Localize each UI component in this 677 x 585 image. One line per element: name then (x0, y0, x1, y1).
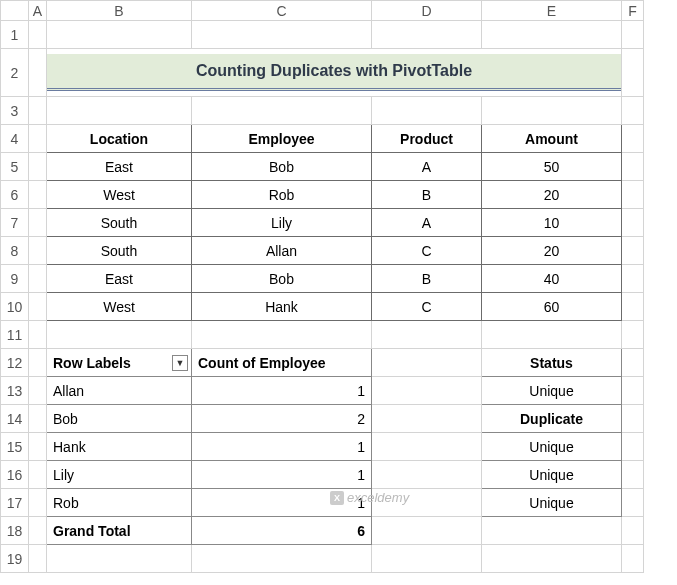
cell[interactable] (192, 21, 372, 49)
cell[interactable] (372, 349, 482, 377)
table-row[interactable]: 50 (482, 153, 622, 181)
row-header-6[interactable]: 6 (1, 181, 29, 209)
cell[interactable] (372, 489, 482, 517)
table-row[interactable]: 40 (482, 265, 622, 293)
cell[interactable] (47, 321, 192, 349)
pivot-row-name[interactable]: Allan (47, 377, 192, 405)
row-header-3[interactable]: 3 (1, 97, 29, 125)
cell[interactable] (29, 237, 47, 265)
cell[interactable] (192, 545, 372, 573)
row-header-11[interactable]: 11 (1, 321, 29, 349)
cell[interactable] (622, 125, 644, 153)
row-header-12[interactable]: 12 (1, 349, 29, 377)
table-row[interactable]: 20 (482, 181, 622, 209)
cell[interactable] (29, 321, 47, 349)
pivot-row-status[interactable]: Unique (482, 461, 622, 489)
pivot-row-count[interactable]: 1 (192, 461, 372, 489)
table-row[interactable]: East (47, 153, 192, 181)
row-header-19[interactable]: 19 (1, 545, 29, 573)
cell[interactable] (29, 209, 47, 237)
table-row[interactable]: 10 (482, 209, 622, 237)
pivot-header-count[interactable]: Count of Employee (192, 349, 372, 377)
row-header-9[interactable]: 9 (1, 265, 29, 293)
cell[interactable] (372, 21, 482, 49)
table-row[interactable]: A (372, 153, 482, 181)
cell[interactable] (29, 349, 47, 377)
cell[interactable] (192, 321, 372, 349)
row-header-13[interactable]: 13 (1, 377, 29, 405)
row-header-7[interactable]: 7 (1, 209, 29, 237)
table-row[interactable]: Hank (192, 293, 372, 321)
cell[interactable] (372, 461, 482, 489)
pivot-row-status[interactable]: Unique (482, 433, 622, 461)
row-header-2[interactable]: 2 (1, 49, 29, 97)
pivot-row-count[interactable]: 2 (192, 405, 372, 433)
cell[interactable] (372, 321, 482, 349)
pivot-row-status[interactable]: Unique (482, 377, 622, 405)
title-cell[interactable]: Counting Duplicates with PivotTable (47, 49, 622, 97)
cell[interactable] (372, 545, 482, 573)
pivot-row-status[interactable]: Duplicate (482, 405, 622, 433)
cell[interactable] (622, 377, 644, 405)
row-header-1[interactable]: 1 (1, 21, 29, 49)
cell[interactable] (622, 517, 644, 545)
cell[interactable] (29, 181, 47, 209)
row-header-18[interactable]: 18 (1, 517, 29, 545)
cell[interactable] (482, 517, 622, 545)
table-row[interactable]: 20 (482, 237, 622, 265)
pivot-row-count[interactable]: 1 (192, 377, 372, 405)
cell[interactable] (29, 293, 47, 321)
cell[interactable] (29, 517, 47, 545)
cell[interactable] (622, 181, 644, 209)
pivot-grand-total-count[interactable]: 6 (192, 517, 372, 545)
cell[interactable] (192, 97, 372, 125)
table-row[interactable]: Bob (192, 153, 372, 181)
row-header-5[interactable]: 5 (1, 153, 29, 181)
cell[interactable] (47, 545, 192, 573)
table-row[interactable]: East (47, 265, 192, 293)
row-header-14[interactable]: 14 (1, 405, 29, 433)
row-header-8[interactable]: 8 (1, 237, 29, 265)
cell[interactable] (482, 545, 622, 573)
cell[interactable] (482, 21, 622, 49)
cell[interactable] (29, 377, 47, 405)
cell[interactable] (29, 97, 47, 125)
table-header-amount[interactable]: Amount (482, 125, 622, 153)
cell[interactable] (29, 545, 47, 573)
cell[interactable] (622, 433, 644, 461)
table-row[interactable]: West (47, 181, 192, 209)
table-row[interactable]: A (372, 209, 482, 237)
cell[interactable] (372, 433, 482, 461)
cell[interactable] (622, 97, 644, 125)
cell[interactable] (622, 293, 644, 321)
row-header-4[interactable]: 4 (1, 125, 29, 153)
table-header-location[interactable]: Location (47, 125, 192, 153)
cell[interactable] (622, 153, 644, 181)
pivot-header-rowlabels[interactable]: Row Labels▼ (47, 349, 192, 377)
pivot-row-name[interactable]: Bob (47, 405, 192, 433)
table-row[interactable]: B (372, 265, 482, 293)
pivot-grand-total-label[interactable]: Grand Total (47, 517, 192, 545)
cell[interactable] (482, 97, 622, 125)
col-header-F[interactable]: F (622, 1, 644, 21)
cell[interactable] (372, 517, 482, 545)
table-row[interactable]: Allan (192, 237, 372, 265)
cell[interactable] (47, 21, 192, 49)
cell[interactable] (29, 153, 47, 181)
col-header-B[interactable]: B (47, 1, 192, 21)
row-header-17[interactable]: 17 (1, 489, 29, 517)
cell[interactable] (622, 489, 644, 517)
select-all-corner[interactable] (1, 1, 29, 21)
cell[interactable] (622, 545, 644, 573)
cell[interactable] (29, 21, 47, 49)
cell[interactable] (622, 349, 644, 377)
cell[interactable] (622, 405, 644, 433)
table-row[interactable]: South (47, 209, 192, 237)
table-row[interactable]: B (372, 181, 482, 209)
pivot-row-count[interactable]: 1 (192, 433, 372, 461)
cell[interactable] (372, 97, 482, 125)
cell[interactable] (622, 321, 644, 349)
cell[interactable] (622, 265, 644, 293)
cell[interactable] (29, 49, 47, 97)
table-row[interactable]: South (47, 237, 192, 265)
